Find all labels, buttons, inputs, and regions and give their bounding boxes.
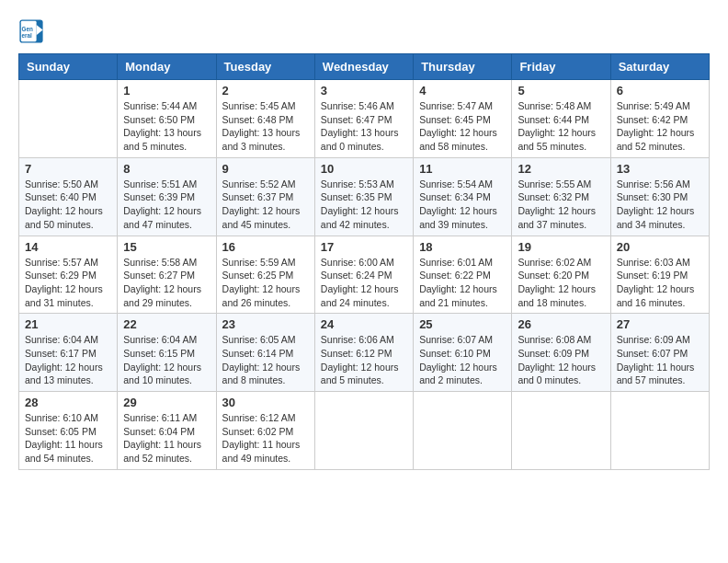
day-info: Sunrise: 5:51 AM Sunset: 6:39 PM Dayligh…: [123, 178, 210, 232]
day-cell: 7Sunrise: 5:50 AM Sunset: 6:40 PM Daylig…: [19, 157, 118, 236]
day-number: 13: [617, 162, 703, 176]
week-row-1: 1Sunrise: 5:44 AM Sunset: 6:50 PM Daylig…: [19, 80, 710, 158]
day-info: Sunrise: 5:55 AM Sunset: 6:32 PM Dayligh…: [518, 178, 604, 232]
day-info: Sunrise: 5:47 AM Sunset: 6:45 PM Dayligh…: [419, 99, 506, 154]
day-cell: 26Sunrise: 6:08 AM Sunset: 6:09 PM Dayli…: [512, 314, 610, 392]
day-cell: 5Sunrise: 5:48 AM Sunset: 6:44 PM Daylig…: [512, 80, 610, 158]
day-info: Sunrise: 5:48 AM Sunset: 6:44 PM Dayligh…: [518, 99, 604, 154]
day-info: Sunrise: 5:45 AM Sunset: 6:48 PM Dayligh…: [222, 99, 309, 154]
weekday-header-friday: Friday: [512, 54, 610, 80]
day-number: 22: [123, 317, 210, 331]
day-info: Sunrise: 5:50 AM Sunset: 6:40 PM Dayligh…: [25, 178, 111, 232]
day-number: 17: [321, 240, 407, 254]
day-info: Sunrise: 6:06 AM Sunset: 6:12 PM Dayligh…: [321, 333, 407, 387]
day-cell: 2Sunrise: 5:45 AM Sunset: 6:48 PM Daylig…: [216, 80, 314, 158]
day-cell: 4Sunrise: 5:47 AM Sunset: 6:45 PM Daylig…: [414, 80, 512, 158]
day-cell: 17Sunrise: 6:00 AM Sunset: 6:24 PM Dayli…: [314, 236, 413, 314]
day-cell: 15Sunrise: 5:58 AM Sunset: 6:27 PM Dayli…: [118, 236, 216, 314]
day-number: 29: [123, 396, 210, 409]
day-cell: 22Sunrise: 6:04 AM Sunset: 6:15 PM Dayli…: [118, 314, 216, 392]
day-number: 25: [419, 317, 506, 331]
day-number: 9: [222, 162, 309, 176]
day-info: Sunrise: 5:59 AM Sunset: 6:25 PM Dayligh…: [222, 256, 309, 310]
day-cell: 18Sunrise: 6:01 AM Sunset: 6:22 PM Dayli…: [414, 236, 512, 314]
day-cell: 9Sunrise: 5:52 AM Sunset: 6:37 PM Daylig…: [216, 157, 314, 236]
day-cell: 10Sunrise: 5:53 AM Sunset: 6:35 PM Dayli…: [314, 157, 413, 236]
day-number: 18: [419, 240, 506, 254]
day-cell: 19Sunrise: 6:02 AM Sunset: 6:20 PM Dayli…: [512, 236, 610, 314]
weekday-header-wednesday: Wednesday: [314, 54, 413, 80]
day-cell: 29Sunrise: 6:11 AM Sunset: 6:04 PM Dayli…: [118, 392, 216, 470]
day-cell: 24Sunrise: 6:06 AM Sunset: 6:12 PM Dayli…: [314, 314, 413, 392]
day-info: Sunrise: 6:02 AM Sunset: 6:20 PM Dayligh…: [518, 256, 604, 310]
day-cell: 8Sunrise: 5:51 AM Sunset: 6:39 PM Daylig…: [118, 157, 216, 236]
svg-text:eral: eral: [22, 32, 32, 39]
day-info: Sunrise: 6:00 AM Sunset: 6:24 PM Dayligh…: [321, 256, 407, 310]
day-number: 19: [518, 240, 604, 254]
day-number: 2: [222, 84, 309, 98]
weekday-header-row: SundayMondayTuesdayWednesdayThursdayFrid…: [19, 54, 710, 80]
day-cell: [314, 392, 413, 470]
day-cell: 28Sunrise: 6:10 AM Sunset: 6:05 PM Dayli…: [19, 392, 118, 470]
page-header: Gen eral: [18, 18, 710, 44]
day-info: Sunrise: 5:46 AM Sunset: 6:47 PM Dayligh…: [321, 99, 407, 154]
logo-icon: Gen eral: [18, 18, 44, 44]
weekday-header-tuesday: Tuesday: [216, 54, 314, 80]
day-number: 30: [222, 396, 309, 409]
day-info: Sunrise: 6:05 AM Sunset: 6:14 PM Dayligh…: [222, 333, 309, 387]
day-number: 1: [123, 84, 210, 98]
day-cell: [19, 80, 118, 158]
day-cell: 12Sunrise: 5:55 AM Sunset: 6:32 PM Dayli…: [512, 157, 610, 236]
day-info: Sunrise: 6:07 AM Sunset: 6:10 PM Dayligh…: [419, 333, 506, 387]
day-cell: 21Sunrise: 6:04 AM Sunset: 6:17 PM Dayli…: [19, 314, 118, 392]
day-cell: 27Sunrise: 6:09 AM Sunset: 6:07 PM Dayli…: [610, 314, 709, 392]
day-number: 15: [123, 240, 210, 254]
day-info: Sunrise: 6:09 AM Sunset: 6:07 PM Dayligh…: [617, 333, 703, 387]
day-cell: 11Sunrise: 5:54 AM Sunset: 6:34 PM Dayli…: [414, 157, 512, 236]
weekday-header-thursday: Thursday: [414, 54, 512, 80]
day-number: 28: [25, 396, 111, 409]
calendar-table: SundayMondayTuesdayWednesdayThursdayFrid…: [18, 53, 710, 470]
day-cell: 1Sunrise: 5:44 AM Sunset: 6:50 PM Daylig…: [118, 80, 216, 158]
day-cell: [610, 392, 709, 470]
day-cell: 20Sunrise: 6:03 AM Sunset: 6:19 PM Dayli…: [610, 236, 709, 314]
day-info: Sunrise: 6:04 AM Sunset: 6:17 PM Dayligh…: [25, 333, 111, 387]
day-number: 26: [518, 317, 604, 331]
day-number: 27: [617, 317, 703, 331]
day-info: Sunrise: 5:49 AM Sunset: 6:42 PM Dayligh…: [617, 99, 703, 154]
logo: Gen eral: [18, 18, 50, 44]
day-info: Sunrise: 6:12 AM Sunset: 6:02 PM Dayligh…: [222, 411, 309, 465]
day-number: 21: [25, 317, 111, 331]
day-info: Sunrise: 6:10 AM Sunset: 6:05 PM Dayligh…: [25, 411, 111, 465]
day-cell: [512, 392, 610, 470]
week-row-4: 21Sunrise: 6:04 AM Sunset: 6:17 PM Dayli…: [19, 314, 710, 392]
week-row-2: 7Sunrise: 5:50 AM Sunset: 6:40 PM Daylig…: [19, 157, 710, 236]
day-cell: 3Sunrise: 5:46 AM Sunset: 6:47 PM Daylig…: [314, 80, 413, 158]
day-number: 11: [419, 162, 506, 176]
day-number: 10: [321, 162, 407, 176]
day-info: Sunrise: 6:08 AM Sunset: 6:09 PM Dayligh…: [518, 333, 604, 387]
weekday-header-monday: Monday: [118, 54, 216, 80]
day-cell: 23Sunrise: 6:05 AM Sunset: 6:14 PM Dayli…: [216, 314, 314, 392]
day-info: Sunrise: 5:53 AM Sunset: 6:35 PM Dayligh…: [321, 178, 407, 232]
day-info: Sunrise: 5:58 AM Sunset: 6:27 PM Dayligh…: [123, 256, 210, 310]
day-info: Sunrise: 5:52 AM Sunset: 6:37 PM Dayligh…: [222, 178, 309, 232]
day-number: 20: [617, 240, 703, 254]
day-number: 23: [222, 317, 309, 331]
day-number: 24: [321, 317, 407, 331]
day-cell: 25Sunrise: 6:07 AM Sunset: 6:10 PM Dayli…: [414, 314, 512, 392]
day-info: Sunrise: 6:01 AM Sunset: 6:22 PM Dayligh…: [419, 256, 506, 310]
week-row-3: 14Sunrise: 5:57 AM Sunset: 6:29 PM Dayli…: [19, 236, 710, 314]
weekday-header-saturday: Saturday: [610, 54, 709, 80]
weekday-header-sunday: Sunday: [19, 54, 118, 80]
day-number: 16: [222, 240, 309, 254]
day-cell: 30Sunrise: 6:12 AM Sunset: 6:02 PM Dayli…: [216, 392, 314, 470]
day-number: 3: [321, 84, 407, 98]
svg-text:Gen: Gen: [22, 26, 33, 32]
day-info: Sunrise: 6:04 AM Sunset: 6:15 PM Dayligh…: [123, 333, 210, 387]
day-cell: [414, 392, 512, 470]
day-info: Sunrise: 6:03 AM Sunset: 6:19 PM Dayligh…: [617, 256, 703, 310]
day-number: 8: [123, 162, 210, 176]
day-number: 4: [419, 84, 506, 98]
day-number: 7: [25, 162, 111, 176]
